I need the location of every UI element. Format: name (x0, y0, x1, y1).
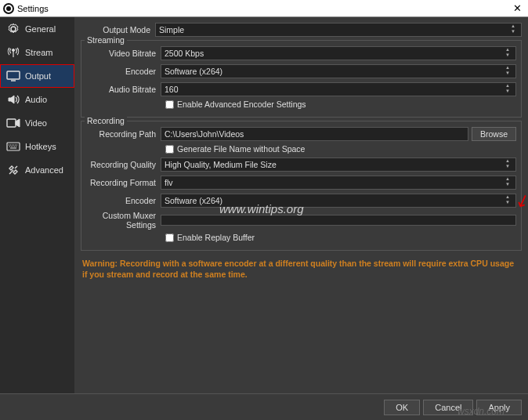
bottom-bar: OK Cancel Apply (0, 393, 528, 420)
video-bitrate-input[interactable]: 2500 Kbps▲▼ (161, 46, 516, 60)
sidebar-label: Advanced (25, 165, 63, 175)
video-icon (6, 117, 20, 129)
cancel-button[interactable]: Cancel (423, 400, 473, 415)
no-space-label: Generate File Name without Space (177, 144, 305, 154)
sidebar-item-output[interactable]: Output (0, 64, 74, 88)
sidebar-label: Stream (25, 48, 52, 57)
audio-bitrate-select[interactable]: 160▲▼ (161, 82, 516, 96)
titlebar: Settings ✕ (0, 0, 528, 17)
recording-quality-label: Recording Quality (86, 160, 161, 169)
svg-rect-2 (7, 119, 16, 127)
audio-bitrate-label: Audio Bitrate (86, 85, 161, 94)
stream-encoder-label: Encoder (86, 67, 161, 76)
replay-buffer-label: Enable Replay Buffer (177, 233, 255, 242)
streaming-title: Streaming (85, 35, 127, 45)
sidebar: General Stream Output Audio Video Hotkey… (0, 17, 74, 393)
ok-button[interactable]: OK (384, 400, 420, 415)
antenna-icon (6, 46, 20, 59)
sidebar-item-advanced[interactable]: Advanced (0, 158, 74, 182)
replay-buffer-checkbox[interactable] (165, 234, 174, 242)
muxer-input[interactable] (161, 215, 516, 226)
svg-rect-1 (7, 71, 20, 79)
recording-path-label: Recording Path (86, 129, 161, 139)
advanced-encoder-checkbox[interactable] (165, 100, 174, 109)
sidebar-item-stream[interactable]: Stream (0, 41, 74, 64)
svg-point-0 (13, 49, 15, 52)
sidebar-item-general[interactable]: General (0, 17, 74, 41)
sidebar-label: Video (25, 118, 47, 128)
sidebar-label: Hotkeys (25, 142, 56, 151)
close-icon[interactable]: ✕ (510, 2, 525, 14)
sidebar-label: Output (25, 71, 51, 81)
obs-icon (3, 3, 14, 14)
recording-quality-select[interactable]: High Quality, Medium File Size▲▼ (161, 158, 516, 172)
no-space-checkbox[interactable] (165, 145, 174, 154)
streaming-group: Streaming Video Bitrate 2500 Kbps▲▼ Enco… (81, 40, 522, 118)
sidebar-item-hotkeys[interactable]: Hotkeys (0, 135, 74, 158)
speaker-icon (6, 93, 20, 106)
keyboard-icon (6, 140, 20, 153)
muxer-label: Custom Muxer Settings (86, 211, 161, 230)
monitor-icon (6, 70, 20, 82)
sidebar-label: General (25, 24, 56, 34)
recording-format-label: Recording Format (86, 178, 161, 187)
tools-icon (6, 164, 20, 176)
window-title: Settings (17, 4, 49, 13)
output-mode-label: Output Mode (81, 25, 155, 34)
recording-group: Recording Recording Path C:\Users\John\V… (81, 121, 522, 251)
recording-format-select[interactable]: flv▲▼ (161, 176, 516, 190)
sidebar-label: Audio (25, 95, 47, 104)
recording-path-input[interactable]: C:\Users\John\Videos (161, 127, 468, 141)
browse-button[interactable]: Browse (472, 127, 516, 141)
recording-title: Recording (85, 116, 127, 125)
content-panel: Output Mode Simple▲▼ Streaming Video Bit… (74, 17, 528, 393)
advanced-encoder-label: Enable Advanced Encoder Settings (177, 100, 306, 109)
recording-encoder-label: Encoder (86, 196, 161, 205)
apply-button[interactable]: Apply (476, 400, 522, 415)
sidebar-item-audio[interactable]: Audio (0, 88, 74, 111)
recording-encoder-select[interactable]: Software (x264)▲▼ (161, 194, 516, 208)
gear-icon (6, 23, 20, 35)
stream-encoder-select[interactable]: Software (x264)▲▼ (161, 64, 516, 78)
output-mode-select[interactable]: Simple▲▼ (155, 23, 522, 37)
sidebar-item-video[interactable]: Video (0, 111, 74, 135)
warning-text: Warning: Recording with a software encod… (81, 254, 522, 284)
video-bitrate-label: Video Bitrate (86, 49, 161, 58)
